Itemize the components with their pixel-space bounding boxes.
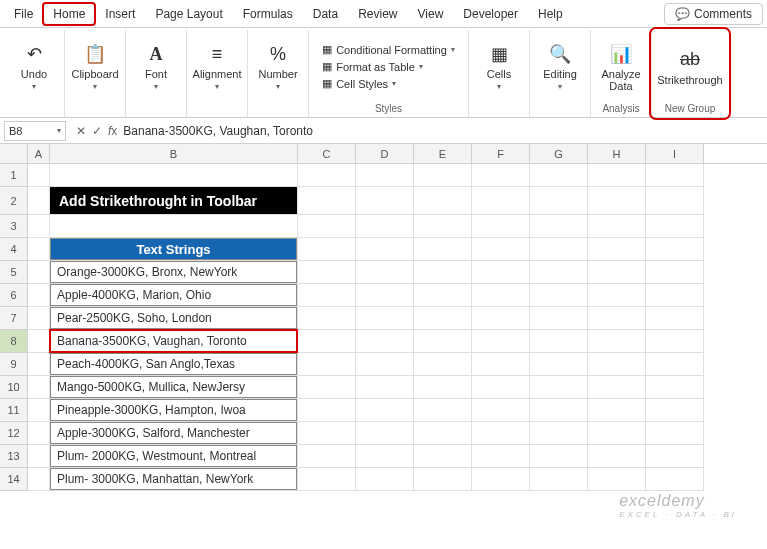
cell-g13[interactable] bbox=[530, 445, 588, 468]
cell-d2[interactable] bbox=[356, 187, 414, 215]
row-header-8[interactable]: 8 bbox=[0, 330, 28, 353]
cell-c3[interactable] bbox=[298, 215, 356, 238]
cell-g10[interactable] bbox=[530, 376, 588, 399]
alignment-button[interactable]: ≡ Alignment ▾ bbox=[193, 40, 241, 93]
cell-g2[interactable] bbox=[530, 187, 588, 215]
cell-e1[interactable] bbox=[414, 164, 472, 187]
cell-i13[interactable] bbox=[646, 445, 704, 468]
cell-a4[interactable] bbox=[28, 238, 50, 261]
row-header-11[interactable]: 11 bbox=[0, 399, 28, 422]
cell-g3[interactable] bbox=[530, 215, 588, 238]
cell-b9[interactable]: Peach-4000KG, San Anglo,Texas bbox=[50, 353, 298, 376]
cell-i6[interactable] bbox=[646, 284, 704, 307]
cell-g8[interactable] bbox=[530, 330, 588, 353]
cell-a7[interactable] bbox=[28, 307, 50, 330]
formula-input[interactable]: Banana-3500KG, Vaughan, Toronto bbox=[123, 124, 313, 138]
cell-h8[interactable] bbox=[588, 330, 646, 353]
cell-g7[interactable] bbox=[530, 307, 588, 330]
cell-c8[interactable] bbox=[298, 330, 356, 353]
row-header-12[interactable]: 12 bbox=[0, 422, 28, 445]
cell-d3[interactable] bbox=[356, 215, 414, 238]
cell-b12[interactable]: Apple-3000KG, Salford, Manchester bbox=[50, 422, 298, 445]
cell-e9[interactable] bbox=[414, 353, 472, 376]
enter-icon[interactable]: ✓ bbox=[92, 124, 102, 138]
cell-a3[interactable] bbox=[28, 215, 50, 238]
cell-e11[interactable] bbox=[414, 399, 472, 422]
cell-d9[interactable] bbox=[356, 353, 414, 376]
cell-f3[interactable] bbox=[472, 215, 530, 238]
cell-c5[interactable] bbox=[298, 261, 356, 284]
row-header-4[interactable]: 4 bbox=[0, 238, 28, 261]
col-header-a[interactable]: A bbox=[28, 144, 50, 163]
cell-e7[interactable] bbox=[414, 307, 472, 330]
comments-button[interactable]: 💬 Comments bbox=[664, 3, 763, 25]
cell-d10[interactable] bbox=[356, 376, 414, 399]
cell-c11[interactable] bbox=[298, 399, 356, 422]
col-header-d[interactable]: D bbox=[356, 144, 414, 163]
cell-h12[interactable] bbox=[588, 422, 646, 445]
cell-e4[interactable] bbox=[414, 238, 472, 261]
cell-h3[interactable] bbox=[588, 215, 646, 238]
cell-b13[interactable]: Plum- 2000KG, Westmount, Montreal bbox=[50, 445, 298, 468]
cell-h14[interactable] bbox=[588, 468, 646, 491]
cell-i1[interactable] bbox=[646, 164, 704, 187]
cell-a13[interactable] bbox=[28, 445, 50, 468]
cell-d11[interactable] bbox=[356, 399, 414, 422]
cell-a1[interactable] bbox=[28, 164, 50, 187]
cell-styles-button[interactable]: ▦Cell Styles▾ bbox=[318, 76, 459, 91]
cell-f1[interactable] bbox=[472, 164, 530, 187]
cell-g4[interactable] bbox=[530, 238, 588, 261]
cell-e8[interactable] bbox=[414, 330, 472, 353]
cell-e14[interactable] bbox=[414, 468, 472, 491]
cell-i11[interactable] bbox=[646, 399, 704, 422]
cell-f4[interactable] bbox=[472, 238, 530, 261]
cell-c9[interactable] bbox=[298, 353, 356, 376]
cell-e13[interactable] bbox=[414, 445, 472, 468]
format-as-table-button[interactable]: ▦Format as Table▾ bbox=[318, 59, 459, 74]
cell-i10[interactable] bbox=[646, 376, 704, 399]
cell-f13[interactable] bbox=[472, 445, 530, 468]
cell-h1[interactable] bbox=[588, 164, 646, 187]
cell-a12[interactable] bbox=[28, 422, 50, 445]
cell-d5[interactable] bbox=[356, 261, 414, 284]
cell-d13[interactable] bbox=[356, 445, 414, 468]
cell-g9[interactable] bbox=[530, 353, 588, 376]
cell-d8[interactable] bbox=[356, 330, 414, 353]
cell-a8[interactable] bbox=[28, 330, 50, 353]
col-header-i[interactable]: I bbox=[646, 144, 704, 163]
cell-b5[interactable]: Orange-3000KG, Bronx, NewYork bbox=[50, 261, 298, 284]
col-header-h[interactable]: H bbox=[588, 144, 646, 163]
cell-i12[interactable] bbox=[646, 422, 704, 445]
cell-h13[interactable] bbox=[588, 445, 646, 468]
tab-review[interactable]: Review bbox=[348, 3, 407, 25]
cell-e6[interactable] bbox=[414, 284, 472, 307]
cell-e10[interactable] bbox=[414, 376, 472, 399]
cancel-icon[interactable]: ✕ bbox=[76, 124, 86, 138]
cell-c7[interactable] bbox=[298, 307, 356, 330]
cell-c12[interactable] bbox=[298, 422, 356, 445]
cell-b4[interactable]: Text Strings bbox=[50, 238, 298, 261]
cell-f2[interactable] bbox=[472, 187, 530, 215]
cell-f8[interactable] bbox=[472, 330, 530, 353]
conditional-formatting-button[interactable]: ▦Conditional Formatting▾ bbox=[318, 42, 459, 57]
row-header-13[interactable]: 13 bbox=[0, 445, 28, 468]
row-header-9[interactable]: 9 bbox=[0, 353, 28, 376]
cell-i9[interactable] bbox=[646, 353, 704, 376]
tab-insert[interactable]: Insert bbox=[95, 3, 145, 25]
undo-button[interactable]: ↶ Undo ▾ bbox=[10, 40, 58, 93]
cell-g1[interactable] bbox=[530, 164, 588, 187]
col-header-e[interactable]: E bbox=[414, 144, 472, 163]
cell-f7[interactable] bbox=[472, 307, 530, 330]
cell-f12[interactable] bbox=[472, 422, 530, 445]
cell-f6[interactable] bbox=[472, 284, 530, 307]
cell-b14[interactable]: Plum- 3000KG, Manhattan, NewYork bbox=[50, 468, 298, 491]
cell-b11[interactable]: Pineapple-3000KG, Hampton, Iwoa bbox=[50, 399, 298, 422]
cell-c2[interactable] bbox=[298, 187, 356, 215]
row-header-10[interactable]: 10 bbox=[0, 376, 28, 399]
cell-d7[interactable] bbox=[356, 307, 414, 330]
cell-h9[interactable] bbox=[588, 353, 646, 376]
strikethrough-button[interactable]: ab Strikethrough bbox=[658, 46, 722, 88]
cell-c4[interactable] bbox=[298, 238, 356, 261]
cell-g5[interactable] bbox=[530, 261, 588, 284]
tab-data[interactable]: Data bbox=[303, 3, 348, 25]
